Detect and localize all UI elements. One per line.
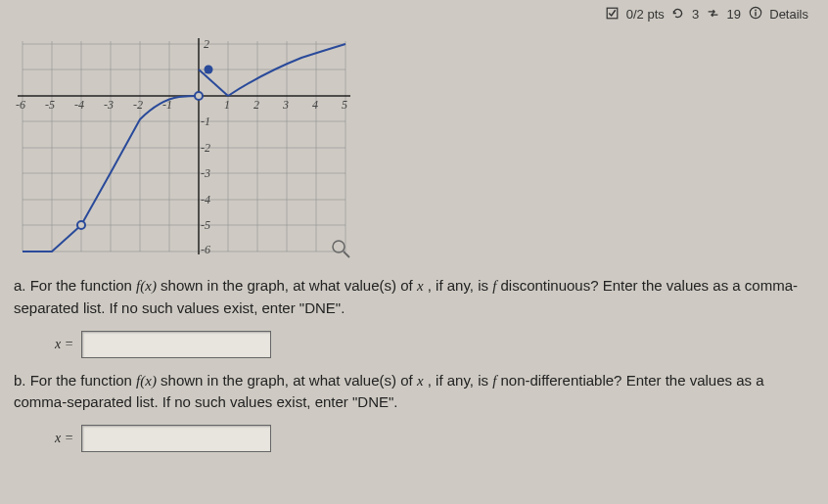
answer-a-input[interactable] bbox=[81, 331, 271, 358]
answer-a-label: x = bbox=[55, 337, 73, 352]
svg-point-47 bbox=[333, 241, 345, 252]
svg-text:-2: -2 bbox=[133, 98, 143, 112]
retries-text: 19 bbox=[727, 7, 741, 22]
svg-text:-6: -6 bbox=[16, 98, 25, 112]
svg-line-48 bbox=[344, 252, 349, 257]
retry-icon bbox=[671, 7, 684, 23]
answer-b-input[interactable] bbox=[81, 425, 271, 452]
question-a-text: a. For the function f(x) shown in the gr… bbox=[0, 269, 828, 321]
svg-text:-6: -6 bbox=[201, 243, 210, 256]
answer-b-row: x = bbox=[0, 415, 828, 458]
svg-text:-5: -5 bbox=[201, 218, 210, 232]
details-link[interactable]: Details bbox=[769, 7, 808, 22]
svg-point-45 bbox=[195, 92, 203, 100]
svg-point-2 bbox=[755, 10, 757, 12]
svg-rect-3 bbox=[755, 12, 756, 16]
question-b-text: b. For the function f(x) shown in the gr… bbox=[0, 364, 828, 416]
svg-text:-3: -3 bbox=[201, 166, 210, 180]
info-icon bbox=[749, 6, 762, 23]
svg-text:3: 3 bbox=[282, 98, 289, 112]
attempts-text: 3 bbox=[692, 7, 699, 22]
svg-text:2: 2 bbox=[204, 37, 209, 51]
svg-text:1: 1 bbox=[224, 98, 230, 112]
svg-text:5: 5 bbox=[342, 98, 347, 112]
points-text: 0/2 pts bbox=[626, 7, 665, 22]
svg-point-44 bbox=[77, 221, 85, 229]
zoom-icon bbox=[333, 241, 349, 257]
svg-text:-5: -5 bbox=[45, 98, 55, 112]
answer-a-row: x = bbox=[0, 321, 828, 364]
svg-text:-4: -4 bbox=[201, 193, 210, 206]
checkbox-icon bbox=[606, 7, 619, 23]
svg-text:-3: -3 bbox=[104, 98, 114, 112]
svg-text:2: 2 bbox=[253, 98, 259, 112]
svg-point-46 bbox=[205, 66, 213, 74]
svg-text:-4: -4 bbox=[74, 98, 84, 112]
cycle-icon bbox=[707, 7, 719, 23]
svg-text:4: 4 bbox=[312, 98, 318, 112]
svg-text:-1: -1 bbox=[201, 115, 210, 128]
svg-text:-2: -2 bbox=[201, 141, 210, 155]
svg-rect-0 bbox=[607, 8, 618, 19]
function-graph: -6-5-4 -3-2-1 123 45 21 -1-2-3 -4-5-6 bbox=[8, 26, 828, 269]
question-header: 0/2 pts 3 19 Details bbox=[0, 0, 828, 24]
answer-b-label: x = bbox=[55, 431, 73, 446]
